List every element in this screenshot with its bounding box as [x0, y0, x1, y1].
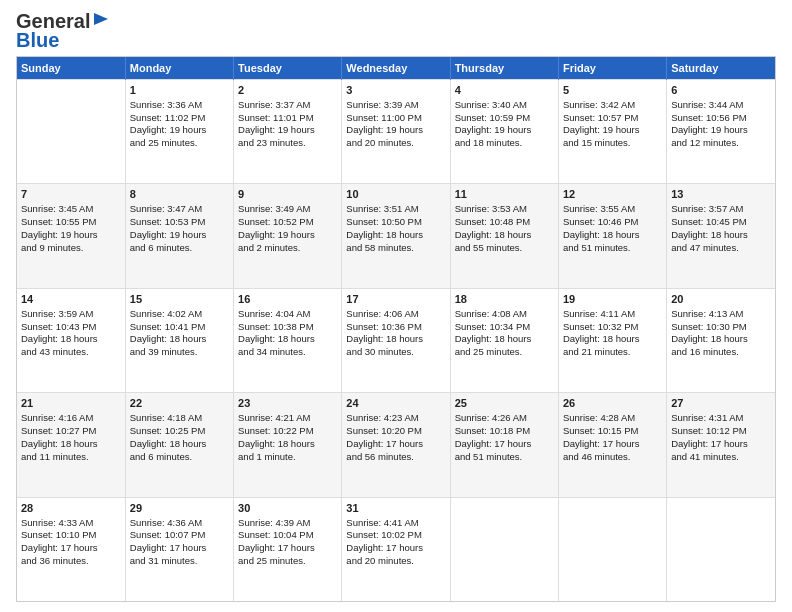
- calendar-cell: 22Sunrise: 4:18 AMSunset: 10:25 PMDaylig…: [125, 393, 233, 497]
- day-info-line: Daylight: 17 hours: [346, 542, 445, 555]
- day-info-line: Daylight: 17 hours: [671, 438, 771, 451]
- day-info-line: Sunrise: 4:16 AM: [21, 412, 121, 425]
- day-number: 20: [671, 292, 771, 307]
- day-info-line: and 56 minutes.: [346, 451, 445, 464]
- day-info-line: Sunset: 11:02 PM: [130, 112, 229, 125]
- day-info-line: and 34 minutes.: [238, 346, 337, 359]
- day-info-line: and 2 minutes.: [238, 242, 337, 255]
- day-info-line: Sunset: 10:55 PM: [21, 216, 121, 229]
- day-number: 17: [346, 292, 445, 307]
- day-info-line: Sunrise: 4:02 AM: [130, 308, 229, 321]
- day-number: 28: [21, 501, 121, 516]
- day-info-line: Sunrise: 3:55 AM: [563, 203, 662, 216]
- day-number: 10: [346, 187, 445, 202]
- day-number: 4: [455, 83, 554, 98]
- day-info-line: Daylight: 19 hours: [455, 124, 554, 137]
- day-info-line: and 12 minutes.: [671, 137, 771, 150]
- calendar-cell: 28Sunrise: 4:33 AMSunset: 10:10 PMDaylig…: [17, 497, 125, 601]
- day-info-line: and 51 minutes.: [455, 451, 554, 464]
- day-info-line: Daylight: 17 hours: [130, 542, 229, 555]
- day-info-line: Sunset: 10:38 PM: [238, 321, 337, 334]
- day-info-line: Sunset: 10:30 PM: [671, 321, 771, 334]
- day-info-line: and 39 minutes.: [130, 346, 229, 359]
- day-number: 30: [238, 501, 337, 516]
- day-info-line: Daylight: 18 hours: [130, 438, 229, 451]
- day-info-line: Sunset: 10:10 PM: [21, 529, 121, 542]
- day-info-line: Sunrise: 4:39 AM: [238, 517, 337, 530]
- day-info-line: Daylight: 17 hours: [346, 438, 445, 451]
- day-number: 7: [21, 187, 121, 202]
- day-info-line: Sunset: 10:15 PM: [563, 425, 662, 438]
- day-info-line: Sunrise: 3:39 AM: [346, 99, 445, 112]
- day-info-line: Daylight: 18 hours: [238, 438, 337, 451]
- weekday-header: Saturday: [667, 57, 775, 80]
- day-info-line: Sunrise: 4:31 AM: [671, 412, 771, 425]
- day-info-line: and 51 minutes.: [563, 242, 662, 255]
- day-info-line: and 6 minutes.: [130, 451, 229, 464]
- day-info-line: and 41 minutes.: [671, 451, 771, 464]
- calendar-cell: 9Sunrise: 3:49 AMSunset: 10:52 PMDayligh…: [234, 184, 342, 288]
- day-info-line: Sunrise: 3:53 AM: [455, 203, 554, 216]
- day-info-line: Sunset: 10:27 PM: [21, 425, 121, 438]
- day-info-line: Daylight: 18 hours: [671, 229, 771, 242]
- calendar-cell: [17, 80, 125, 184]
- day-info-line: Daylight: 17 hours: [21, 542, 121, 555]
- day-info-line: Sunset: 10:50 PM: [346, 216, 445, 229]
- day-info-line: and 30 minutes.: [346, 346, 445, 359]
- day-info-line: Sunset: 10:25 PM: [130, 425, 229, 438]
- day-info-line: Sunset: 10:22 PM: [238, 425, 337, 438]
- calendar-cell: 30Sunrise: 4:39 AMSunset: 10:04 PMDaylig…: [234, 497, 342, 601]
- calendar-cell: 1Sunrise: 3:36 AMSunset: 11:02 PMDayligh…: [125, 80, 233, 184]
- weekday-header: Monday: [125, 57, 233, 80]
- day-info-line: Sunset: 10:48 PM: [455, 216, 554, 229]
- day-info-line: and 55 minutes.: [455, 242, 554, 255]
- day-info-line: Sunrise: 3:59 AM: [21, 308, 121, 321]
- day-info-line: Daylight: 18 hours: [130, 333, 229, 346]
- day-info-line: Sunrise: 3:42 AM: [563, 99, 662, 112]
- day-info-line: Sunset: 10:46 PM: [563, 216, 662, 229]
- calendar-cell: 13Sunrise: 3:57 AMSunset: 10:45 PMDaylig…: [667, 184, 775, 288]
- calendar-cell: 11Sunrise: 3:53 AMSunset: 10:48 PMDaylig…: [450, 184, 558, 288]
- day-number: 5: [563, 83, 662, 98]
- day-info-line: and 36 minutes.: [21, 555, 121, 568]
- day-info-line: and 25 minutes.: [238, 555, 337, 568]
- day-info-line: Daylight: 19 hours: [238, 124, 337, 137]
- logo-flag-icon: [92, 11, 110, 29]
- day-info-line: Sunrise: 4:41 AM: [346, 517, 445, 530]
- day-info-line: and 47 minutes.: [671, 242, 771, 255]
- logo: General Blue: [16, 10, 110, 52]
- day-info-line: and 16 minutes.: [671, 346, 771, 359]
- day-info-line: Sunset: 10:57 PM: [563, 112, 662, 125]
- day-info-line: Sunset: 10:12 PM: [671, 425, 771, 438]
- calendar-cell: 24Sunrise: 4:23 AMSunset: 10:20 PMDaylig…: [342, 393, 450, 497]
- weekday-header: Sunday: [17, 57, 125, 80]
- day-info-line: and 15 minutes.: [563, 137, 662, 150]
- day-info-line: Daylight: 18 hours: [346, 229, 445, 242]
- day-number: 14: [21, 292, 121, 307]
- day-number: 22: [130, 396, 229, 411]
- calendar-week-row: 1Sunrise: 3:36 AMSunset: 11:02 PMDayligh…: [17, 80, 775, 184]
- day-number: 1: [130, 83, 229, 98]
- day-info-line: and 1 minute.: [238, 451, 337, 464]
- day-number: 13: [671, 187, 771, 202]
- calendar-week-row: 28Sunrise: 4:33 AMSunset: 10:10 PMDaylig…: [17, 497, 775, 601]
- day-info-line: Sunset: 10:18 PM: [455, 425, 554, 438]
- day-info-line: Sunset: 10:20 PM: [346, 425, 445, 438]
- day-info-line: and 9 minutes.: [21, 242, 121, 255]
- day-info-line: Daylight: 18 hours: [21, 333, 121, 346]
- day-info-line: Sunset: 10:34 PM: [455, 321, 554, 334]
- day-info-line: Daylight: 19 hours: [346, 124, 445, 137]
- day-info-line: Sunset: 10:04 PM: [238, 529, 337, 542]
- calendar-cell: 23Sunrise: 4:21 AMSunset: 10:22 PMDaylig…: [234, 393, 342, 497]
- calendar-cell: 14Sunrise: 3:59 AMSunset: 10:43 PMDaylig…: [17, 288, 125, 392]
- day-info-line: Daylight: 18 hours: [346, 333, 445, 346]
- day-info-line: Sunset: 10:36 PM: [346, 321, 445, 334]
- day-info-line: and 58 minutes.: [346, 242, 445, 255]
- day-number: 29: [130, 501, 229, 516]
- day-info-line: Sunrise: 4:04 AM: [238, 308, 337, 321]
- day-info-line: and 18 minutes.: [455, 137, 554, 150]
- day-info-line: Sunset: 10:43 PM: [21, 321, 121, 334]
- day-number: 8: [130, 187, 229, 202]
- day-info-line: and 6 minutes.: [130, 242, 229, 255]
- day-number: 27: [671, 396, 771, 411]
